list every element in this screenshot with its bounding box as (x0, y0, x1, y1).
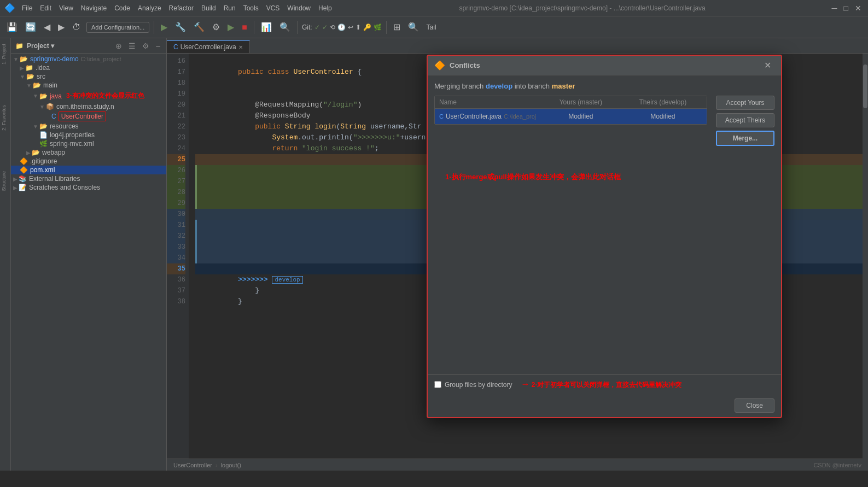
menu-run[interactable]: Run (220, 3, 239, 13)
git-key[interactable]: 🔑 (363, 24, 371, 31)
label-src: src (37, 73, 45, 80)
window-controls[interactable]: ─ □ ✕ (830, 4, 864, 13)
editor-tab-usercontroller[interactable]: C UserController.java ✕ (167, 40, 250, 53)
profile-btn[interactable]: 🔍 (277, 21, 293, 33)
find-btn[interactable]: 🔍 (406, 21, 421, 33)
sidebar-icon-plus[interactable]: ⊕ (114, 41, 124, 51)
tree-item-main[interactable]: ▼ 📂 main (11, 81, 166, 90)
label-gitignore: .gitignore (30, 157, 57, 165)
menu-tools[interactable]: Tools (240, 3, 262, 13)
branch-from: develop (486, 82, 512, 90)
side-tabs: 1: Project 2: Favorites Structure (0, 38, 11, 471)
close-dialog-btn[interactable]: Close (735, 398, 774, 413)
menu-refactor[interactable]: Refactor (166, 3, 197, 13)
app-icon: 🔷 (4, 3, 15, 13)
subtitle-prefix: Merging branch (434, 82, 486, 90)
tree-item-usercontroller[interactable]: ▶ C UserController (11, 111, 166, 122)
label-resources: resources (50, 122, 79, 130)
git-label: Git: (302, 24, 312, 31)
menu-navigate[interactable]: Navigate (78, 3, 110, 13)
tree-item-gitignore[interactable]: 🔶 .gitignore (11, 157, 166, 166)
menu-file[interactable]: File (19, 3, 36, 13)
close-btn[interactable]: ✕ (853, 4, 864, 13)
arrow-resources: ▼ (33, 124, 38, 130)
forward-btn[interactable]: ▶ (56, 21, 67, 33)
line-numbers: 1617181920 2122232425 2627 2829 30 3132 … (167, 54, 189, 459)
menu-view[interactable]: View (56, 3, 77, 13)
stop-btn[interactable]: ■ (240, 21, 249, 33)
menu-help[interactable]: Help (315, 3, 335, 13)
run2-btn[interactable]: ▶ (225, 21, 236, 33)
tree-item-webapp[interactable]: ▶ 📂 webapp (11, 148, 166, 157)
accept-theirs-btn[interactable]: Accept Theirs (716, 113, 774, 127)
git-update[interactable]: ⟲ (330, 24, 335, 31)
run-config-btn[interactable]: 🔧 (173, 21, 188, 33)
side-tab-1[interactable]: 1: Project (0, 40, 10, 68)
recent-btn[interactable]: ⏱ (70, 21, 83, 33)
sidebar-settings[interactable]: ⚙ (141, 41, 151, 51)
menu-build[interactable]: Build (198, 3, 219, 13)
back-btn[interactable]: ◀ (42, 21, 53, 33)
tree-item-resources[interactable]: ▼ 📂 resources (11, 122, 166, 131)
arrow-extlibs: ▶ (13, 176, 18, 182)
separator3 (297, 21, 298, 34)
git-push[interactable]: ⬆ (356, 24, 361, 31)
project-sidebar: 📁 Project ▾ ⊕ ☰ ⚙ – ▼ 📂 springmvc-demo C… (11, 38, 167, 471)
tree-item-idea[interactable]: ▶ 📁 .idea (11, 63, 166, 72)
panel1-btn[interactable]: ⊞ (391, 21, 403, 33)
ct-header: Name Yours (master) Theirs (develop) (435, 96, 707, 109)
breadcrumb-file: UserController (173, 462, 212, 468)
run-btn[interactable]: ▶ (159, 21, 170, 33)
git-revert[interactable]: ↩ (348, 24, 353, 31)
separator2 (254, 21, 254, 34)
side-tab-structure[interactable]: Structure (0, 168, 10, 195)
merge-btn[interactable]: Merge... (716, 131, 774, 146)
coverage-btn[interactable]: 📊 (259, 21, 274, 33)
menu-edit[interactable]: Edit (37, 3, 55, 13)
group-files-checkbox-label[interactable]: Group files by directory (434, 381, 512, 389)
accept-yours-btn[interactable]: Accept Yours (716, 96, 774, 110)
maximize-btn[interactable]: □ (842, 4, 850, 13)
menu-bar[interactable]: File Edit View Navigate Code Analyze Ref… (19, 3, 335, 13)
sidebar-icon-minus[interactable]: ☰ (127, 41, 137, 51)
separator4 (386, 21, 387, 34)
minimize-btn[interactable]: ─ (830, 4, 840, 13)
conflict-row-0[interactable]: C UserController.java C:\idea_proj Modif… (435, 109, 707, 124)
tree-item-com[interactable]: ▼ 📦 com.itheima.study.n (11, 102, 166, 111)
sublabel-springmvc-demo: C:\idea_project (81, 56, 121, 62)
side-tab-2[interactable]: 2: Favorites (0, 102, 10, 134)
icon-src: 📂 (26, 73, 34, 80)
menu-window[interactable]: Window (284, 3, 314, 13)
tree-item-java[interactable]: ▼ 📂 java 3-有冲突的文件会显示红色 (11, 90, 166, 102)
rebuild-btn[interactable]: ⚙ (210, 21, 222, 33)
add-configuration-btn[interactable]: Add Configuration... (86, 22, 149, 33)
arrow-com: ▼ (39, 104, 45, 110)
sync-btn[interactable]: 🔄 (23, 21, 38, 33)
git-branch[interactable]: 🌿 (374, 24, 382, 31)
tree-item-pom[interactable]: 🔶 pom.xml (11, 166, 166, 174)
tree-item-extlibs[interactable]: ▶ 📚 External Libraries (11, 174, 166, 183)
tree-item-springmvc-demo[interactable]: ▼ 📂 springmvc-demo C:\idea_project (11, 55, 166, 63)
window-title: springmvc-demo [C:\idea_project\springmv… (335, 4, 830, 12)
menu-code[interactable]: Code (111, 3, 133, 13)
dialog-close-x-btn[interactable]: ✕ (761, 59, 774, 72)
tree-item-scratches[interactable]: ▶ 📝 Scratches and Consoles (11, 183, 166, 192)
build-btn[interactable]: 🔨 (191, 21, 207, 33)
tab-close[interactable]: ✕ (238, 44, 243, 50)
group-files-checkbox[interactable] (434, 381, 441, 388)
icon-scratches: 📝 (19, 184, 27, 191)
sidebar-hide[interactable]: – (154, 41, 162, 51)
tree-item-springmvcxml[interactable]: 🌿 spring-mvc.xml (11, 139, 166, 148)
label-scratches: Scratches and Consoles (29, 184, 100, 191)
dialog-content-row: Name Yours (master) Theirs (develop) C U… (434, 96, 774, 146)
save-btn[interactable]: 💾 (4, 21, 20, 33)
right-scrollbar[interactable] (863, 54, 868, 459)
dialog-buttons-col: Accept Yours Accept Theirs Merge... (716, 96, 774, 146)
menu-analyze[interactable]: Analyze (135, 3, 165, 13)
tree-item-log4j[interactable]: 📄 log4j.properties (11, 131, 166, 139)
tree-item-src[interactable]: ▼ 📂 src (11, 72, 166, 81)
tab-icon: C (173, 43, 178, 51)
menu-vcs[interactable]: VCS (263, 3, 283, 13)
icon-webapp: 📂 (32, 149, 40, 156)
git-history[interactable]: 🕐 (337, 24, 346, 31)
